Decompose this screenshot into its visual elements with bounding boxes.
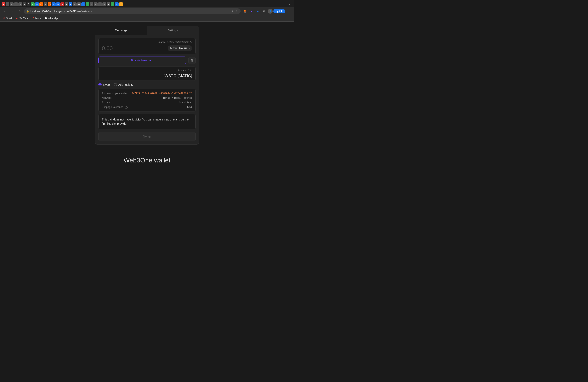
info-box: Address of your wallet: 0x7f27f070e8c676… [98, 89, 196, 112]
radio-swap[interactable]: Swap [98, 83, 110, 86]
tab-list-button[interactable]: ▾ [287, 1, 293, 7]
profile-icon[interactable]: 👤 [268, 9, 273, 14]
tab-favicon-29[interactable]: ★ [119, 2, 123, 6]
swap-direction-icon: ⇅ [191, 58, 193, 62]
browser-actions: 🦊 ● ◈ ⊞ 👤 Update ⋮ [242, 8, 292, 14]
gmail-icon: M [2, 17, 5, 20]
radio-add-liquidity-circle [114, 83, 117, 86]
network-row: Network: Matic Mumbai Testnet [102, 96, 192, 99]
footer-title: Web3One wallet [124, 157, 170, 164]
metamask-icon[interactable]: ● [249, 8, 254, 14]
from-refresh-icon[interactable]: ↻ [190, 41, 192, 43]
tab-favicon-15[interactable]: ■ [60, 2, 64, 6]
tab-favicon-9[interactable]: A [35, 2, 39, 6]
tab-favicon-22[interactable]: ⊙ [90, 2, 93, 6]
source-row: Source: SushiSwap [102, 101, 192, 104]
from-amount[interactable]: 0.00 [102, 45, 113, 52]
exchange-widget: Exchange Settings Balance: 0.39677949999… [95, 26, 199, 145]
from-token-name: Matic Token [170, 47, 187, 50]
tab-icons: ▶ ⊙ ● ● ● ◉ D W A 🦊 ◎ 🦊 G G ■ ● ● ● M G … [1, 2, 281, 6]
to-token-main: WBTC (MATIC) [102, 74, 192, 78]
tab-favicon-14[interactable]: G [56, 2, 60, 6]
tab-favicon-17[interactable]: ● [69, 2, 72, 6]
radio-swap-label: Swap [103, 83, 110, 86]
to-refresh-icon[interactable]: ↻ [190, 69, 192, 72]
tab-favicon-2[interactable]: ⊙ [6, 2, 9, 6]
tab-favicon-7[interactable]: D [27, 2, 30, 6]
tab-favicon-18[interactable]: ● [73, 2, 77, 6]
share-icon[interactable]: ⬆ [231, 10, 234, 13]
radio-add-liquidity-label: Add liquidity [118, 83, 133, 86]
warning-box: This pair does not have liquidity. You c… [98, 114, 196, 129]
update-button[interactable]: Update [273, 9, 285, 13]
youtube-icon: ▶ [15, 17, 18, 20]
tab-favicon-28[interactable]: G [115, 2, 119, 6]
to-token-name: WBTC (MATIC) [165, 74, 192, 78]
forward-button[interactable]: → [10, 8, 15, 14]
network-value: Matic Mumbai Testnet [163, 96, 192, 99]
bookmark-star-icon[interactable]: ☆ [235, 10, 238, 13]
network-label: Network: [102, 96, 112, 99]
tab-exchange[interactable]: Exchange [95, 26, 147, 35]
extensions-icon[interactable]: 🦊 [242, 8, 248, 14]
tab-favicon-19[interactable]: M [77, 2, 81, 6]
slippage-help-icon[interactable]: ? [125, 106, 127, 109]
more-extensions-icon[interactable]: ⊞ [261, 8, 267, 14]
page-content: Exchange Settings Balance: 0.39677949999… [0, 22, 294, 191]
tab-favicon-11[interactable]: ◎ [43, 2, 47, 6]
tab-favicon-25[interactable]: ⊙ [102, 2, 106, 6]
bookmarks-bar: M Gmail ▶ YouTube 📍 Maps 💬 WhatsApp [0, 15, 294, 21]
radio-row: Swap Add liquidity [98, 83, 196, 86]
tab-favicon-24[interactable]: ● [98, 2, 102, 6]
from-token-chevron-icon: ▾ [189, 47, 190, 50]
tab-favicon-6[interactable]: ◉ [22, 2, 26, 6]
slippage-label: Slippage tolerance ? : [102, 105, 129, 109]
bookmark-whatsapp[interactable]: 💬 WhatsApp [44, 17, 59, 20]
from-token-balance: Balance: 0.396779499999496 ↻ [102, 41, 192, 43]
tab-favicon-8[interactable]: W [31, 2, 35, 6]
bookmark-youtube[interactable]: ▶ YouTube [15, 17, 28, 20]
tab-favicon-3[interactable]: ● [10, 2, 14, 6]
from-token-selector[interactable]: Matic Token ▾ [168, 45, 192, 51]
tab-favicon-10[interactable]: 🦊 [39, 2, 43, 6]
tab-settings[interactable]: Settings [147, 26, 199, 35]
tab-favicon-26[interactable]: ● [106, 2, 110, 6]
source-label: Source: [102, 101, 111, 104]
source-value: SushiSwap [179, 101, 192, 104]
tab-favicon-23[interactable]: ● [94, 2, 98, 6]
page-footer: Web3One wallet [124, 157, 170, 164]
tab-favicon-16[interactable]: ● [64, 2, 68, 6]
buy-bank-card-button[interactable]: Buy via bank card [98, 57, 186, 64]
tab-favicon-1[interactable]: ▶ [1, 2, 5, 6]
maps-icon: 📍 [32, 17, 35, 20]
tab-favicon-21[interactable]: G [85, 2, 89, 6]
wallet-icon[interactable]: ◈ [255, 8, 261, 14]
widget-body: Balance: 0.396779499999496 ↻ 0.00 Matic … [95, 35, 199, 144]
slippage-value: 0.5% [186, 106, 192, 109]
swap-button[interactable]: Swap [98, 132, 196, 141]
tab-favicon-5[interactable]: ● [18, 2, 22, 6]
bookmark-gmail[interactable]: M Gmail [2, 17, 12, 20]
bookmark-maps[interactable]: 📍 Maps [32, 17, 41, 20]
to-token-balance: Balance: 0 ↻ [102, 69, 192, 72]
swap-direction-button[interactable]: ⇅ [189, 57, 196, 64]
swap-row: Buy via bank card ⇅ [98, 57, 196, 64]
tab-bar: ▶ ⊙ ● ● ● ◉ D W A 🦊 ◎ 🦊 G G ■ ● ● ● M G … [0, 0, 294, 7]
tab-favicon-12[interactable]: 🦊 [48, 2, 51, 6]
back-button[interactable]: ← [2, 8, 8, 14]
slippage-row: Slippage tolerance ? : 0.5% [102, 105, 192, 109]
to-token-box: Balance: 0 ↻ WBTC (MATIC) [98, 67, 196, 81]
tab-favicon-20[interactable]: G [81, 2, 85, 6]
tab-favicon-27[interactable]: W [111, 2, 114, 6]
tab-favicon-13[interactable]: G [52, 2, 56, 6]
new-tab-button[interactable]: + [282, 2, 286, 7]
tab-favicon-4[interactable]: ● [14, 2, 18, 6]
radio-swap-circle [98, 83, 102, 86]
address-bar[interactable]: 🔒 localhost:9001/#/exchange/quick/MATIC-… [24, 8, 241, 14]
widget-tabs: Exchange Settings [95, 26, 199, 35]
wallet-address: 0x7f27f070e8c67698fc808404ee6b926440876c… [132, 92, 192, 95]
reload-button[interactable]: ↻ [17, 8, 22, 14]
more-menu-button[interactable]: ⋮ [286, 8, 292, 14]
whatsapp-icon: 💬 [44, 17, 47, 20]
radio-add-liquidity[interactable]: Add liquidity [114, 83, 133, 86]
